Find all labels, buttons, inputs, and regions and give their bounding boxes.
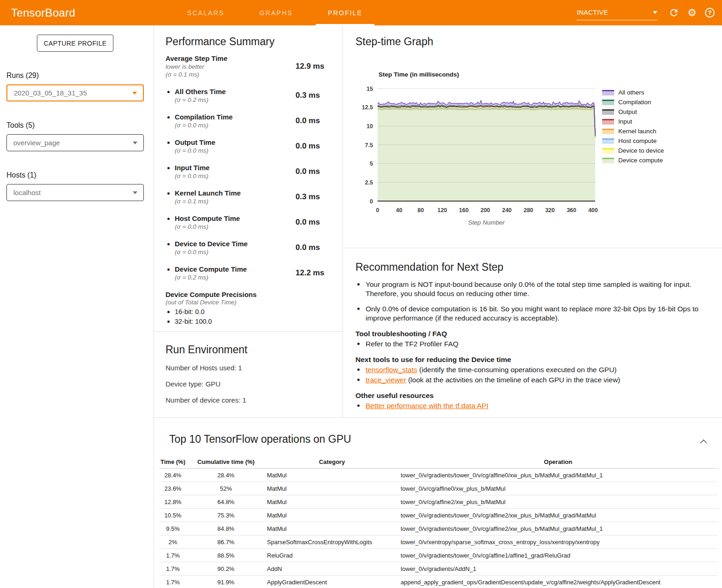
tab-graphs[interactable]: GRAPHS <box>247 0 306 25</box>
cumulative-cell: 75.3% <box>187 512 265 519</box>
operation-cell: append_apply_gradient_ops/GradientDescen… <box>399 579 717 586</box>
time-cell: 23.6% <box>159 485 187 492</box>
table-row: 2%86.7%SparseSoftmaxCrossEntropyWithLogi… <box>159 535 717 549</box>
link[interactable]: tensorflow_stats <box>366 366 417 374</box>
precision-item: 32-bit: 100.0 <box>166 318 343 325</box>
table-row: 9.5%84.8%MatMultower_0/v/gradients/tower… <box>159 522 717 535</box>
tab-scalars[interactable]: SCALARS <box>174 0 237 25</box>
table-row: 12.8%64.8%MatMultower_0/v/cg/affine2/xw_… <box>159 495 717 509</box>
table-row: 1.7%91.9%ApplyGradientDescentappend_appl… <box>159 576 717 588</box>
category-cell: ApplyGradientDescent <box>265 579 399 586</box>
tab-profile[interactable]: PROFILE <box>315 0 375 25</box>
recommendation-groups: Tool troubleshooting / FAQRefer to the T… <box>343 330 722 410</box>
top-ops-title: Top 10 TensorFlow operations on GPU <box>169 433 722 445</box>
chevron-down-icon <box>653 11 657 14</box>
cumulative-cell: 28.4% <box>187 472 265 479</box>
group-item: trace_viewer (look at the activities on … <box>355 375 722 384</box>
operation-cell: tower_0/v/gradients/AddN_1 <box>399 565 717 572</box>
cumulative-cell: 84.8% <box>187 525 265 532</box>
category-cell: MatMul <box>265 512 399 519</box>
step-time-graph-panel: Step-time Graph Step Time (in millisecon… <box>343 25 722 248</box>
app-header: TensorBoard SCALARSGRAPHSPROFILE INACTIV… <box>0 0 722 25</box>
cumulative-cell: 91.9% <box>187 579 265 586</box>
legend-item: Host compute <box>602 136 664 146</box>
svg-text:80: 80 <box>418 207 424 214</box>
metric-label: Average Step Time <box>166 54 343 62</box>
group-item: Refer to the TF2 Profiler FAQ <box>355 339 722 348</box>
runs-label: Runs (29) <box>6 71 39 80</box>
table-header-row: Time (%) Cumulative time (%) Category Op… <box>159 456 717 469</box>
svg-text:400: 400 <box>588 207 598 214</box>
run-environment-title: Run Environment <box>166 344 343 356</box>
column-header: Time (%) <box>159 458 187 465</box>
perf-summary-item: All Others Time(σ = 0.2 ms)0.3 ms <box>154 88 343 103</box>
table-row: 1.7%88.5%ReluGradtower_0/v/gradients/tow… <box>159 549 717 562</box>
refresh-icon[interactable] <box>669 7 679 18</box>
svg-text:240: 240 <box>502 207 512 214</box>
svg-text:5: 5 <box>370 160 373 167</box>
metric-value: 12.9 ms <box>296 62 324 71</box>
tools-label: Tools (5) <box>6 121 35 130</box>
run-env-line: Number of device cores: 1 <box>166 396 343 404</box>
metric-value: 0.3 ms <box>296 91 320 100</box>
legend-swatch <box>602 129 614 134</box>
recommendation-title: Recommendation for Next Step <box>355 261 722 273</box>
legend-label: Device compute <box>618 157 663 164</box>
hosts-select-value: localhost <box>13 189 41 196</box>
legend-label: Compilation <box>618 99 651 106</box>
group-item: Better performance with the tf.data API <box>355 401 722 410</box>
legend-item: Device to device <box>602 146 664 155</box>
cumulative-cell: 88.5% <box>187 552 265 559</box>
link[interactable]: Better performance with the tf.data API <box>366 402 488 410</box>
group-heading: Next tools to use for reducing the Devic… <box>355 356 722 364</box>
svg-text:160: 160 <box>459 207 469 214</box>
table-body: 28.4%28.4%MatMultower_0/v/gradients/towe… <box>159 469 717 588</box>
top-ops-panel: Top 10 TensorFlow operations on GPU Time… <box>154 417 722 588</box>
svg-text:360: 360 <box>567 207 576 214</box>
svg-text:12.5: 12.5 <box>362 104 373 111</box>
time-cell: 1.7% <box>159 565 187 572</box>
link[interactable]: trace_viewer <box>366 376 406 384</box>
step-time-graph-title: Step-time Graph <box>355 36 722 48</box>
time-cell: 2% <box>159 539 187 546</box>
tools-select-value: overview_page <box>13 139 60 147</box>
legend-label: Input <box>618 118 632 125</box>
help-icon[interactable]: ? <box>705 8 715 18</box>
svg-text:15: 15 <box>367 86 373 92</box>
time-cell: 12.8% <box>159 499 187 505</box>
chevron-down-icon <box>132 92 137 95</box>
svg-text:280: 280 <box>524 207 533 214</box>
svg-text:120: 120 <box>438 207 447 214</box>
legend-item: Input <box>602 117 664 126</box>
legend-label: All others <box>618 89 644 96</box>
status-select[interactable]: INACTIVE <box>577 6 657 20</box>
chart-legend: All othersCompilationOutputInputKernel l… <box>602 88 664 165</box>
perf-summary-item: Input Time(σ = 0.0 ms)0.0 ms <box>154 164 343 179</box>
column-header: Operation <box>399 458 717 465</box>
run-env-line: Device type: GPU <box>166 380 343 388</box>
metric-value: 0.3 ms <box>296 192 320 202</box>
capture-profile-button[interactable]: CAPTURE PROFILE <box>37 35 113 52</box>
category-cell: MatMul <box>265 472 399 479</box>
category-cell: MatMul <box>265 499 399 505</box>
table-row: 28.4%28.4%MatMultower_0/v/gradients/towe… <box>159 469 717 482</box>
run-env-line: Number of Hosts used: 1 <box>166 363 343 372</box>
runs-select[interactable]: 2020_03_05_18_31_35 <box>6 84 144 101</box>
tools-select[interactable]: overview_page <box>6 134 144 151</box>
perf-summary-item: Compilation Time(σ = 0.0 ms)0.0 ms <box>154 113 343 129</box>
chevron-down-icon <box>133 191 137 194</box>
perf-summary-item: Device to Device Time(σ = 0.0 ms)0.0 ms <box>154 240 343 255</box>
hosts-select[interactable]: localhost <box>6 184 144 201</box>
time-cell: 10.5% <box>159 512 187 519</box>
table-row: 1.7%90.2%AddNtower_0/v/gradients/AddN_1 <box>159 562 717 576</box>
precision-item: 16-bit: 0.0 <box>166 308 343 315</box>
category-cell: ReluGrad <box>265 552 399 559</box>
precisions-label: Device Compute Precisions <box>166 291 343 298</box>
settings-icon[interactable]: ⚙ <box>687 7 697 18</box>
top-ops-table: Time (%) Cumulative time (%) Category Op… <box>159 456 717 588</box>
cumulative-cell: 52% <box>187 485 265 492</box>
legend-label: Output <box>618 108 637 115</box>
operation-cell: tower_0/v/gradients/tower_0/v/cg/affine1… <box>399 552 717 559</box>
perf-summary-items: All Others Time(σ = 0.2 ms)0.3 msCompila… <box>154 88 343 281</box>
collapse-icon[interactable] <box>700 437 707 445</box>
